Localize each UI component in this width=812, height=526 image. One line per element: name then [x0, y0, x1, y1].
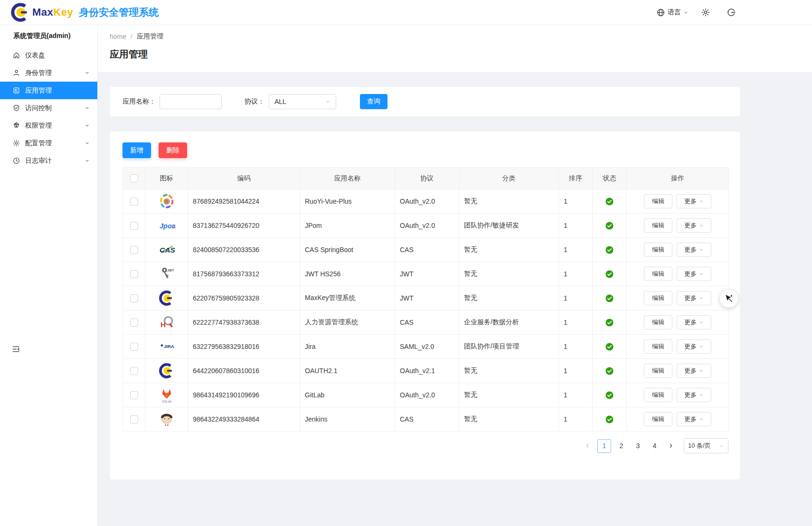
sidebar-item-label: 仪表盘 [25, 51, 45, 60]
edit-button[interactable]: 编辑 [644, 364, 672, 378]
chevron-down-icon [85, 70, 90, 75]
protocol-select[interactable]: ALL [269, 94, 336, 109]
chevron-down-icon [699, 199, 704, 204]
row-checkbox[interactable] [130, 415, 138, 423]
maxkey-logo-icon [10, 2, 30, 22]
edit-button[interactable]: 编辑 [644, 388, 672, 402]
sidebar-item-配置管理[interactable]: 配置管理 [0, 134, 97, 152]
table-row: Jpom837136275440926720JPomOAuth_v2.0团队协作… [123, 214, 729, 238]
language-menu[interactable]: 语言 [656, 8, 689, 17]
row-checkbox[interactable] [130, 270, 138, 278]
app-title: 身份安全管理系统 [79, 6, 159, 19]
logout-button[interactable] [727, 8, 736, 17]
next-page-button[interactable] [665, 439, 677, 452]
app-category: 暂无 [459, 262, 559, 286]
page-number-3[interactable]: 3 [632, 440, 644, 452]
edit-button[interactable]: 编辑 [644, 339, 672, 354]
menu-fold-button[interactable] [11, 345, 20, 356]
row-checkbox[interactable] [130, 391, 138, 399]
app-category: 暂无 [459, 407, 559, 432]
add-button[interactable]: 新增 [123, 142, 151, 158]
assistant-floating-button[interactable] [720, 290, 738, 308]
more-button[interactable]: 更多 [677, 315, 711, 329]
edit-button[interactable]: 编辑 [644, 243, 672, 257]
app-code: 632279563832918016 [188, 335, 300, 359]
app-code: 876892492581044224 [188, 189, 300, 214]
main-content: home / 应用管理 应用管理 应用名称： 协议： ALL 查询 新增 删除 [98, 25, 812, 526]
app-category: 团队协作/项目管理 [459, 335, 559, 359]
app-protocol: CAS [395, 238, 459, 262]
brand-text-max: Max [32, 6, 53, 19]
app-name-input[interactable] [160, 94, 222, 109]
ruoyi-logo-icon [158, 193, 175, 210]
column-header-应用名称: 应用名称 [300, 168, 395, 189]
breadcrumb-home-link[interactable]: home [110, 33, 126, 40]
table-body: 876892492581044224RuoYi-Vue-PlusOAuth_v2… [123, 189, 729, 432]
status-enabled-icon [605, 270, 614, 278]
chevron-down-icon [85, 123, 90, 128]
edit-button[interactable]: 编辑 [644, 194, 672, 208]
svg-text:CAS: CAS [160, 246, 175, 254]
page-number-1[interactable]: 1 [597, 439, 611, 453]
edit-button[interactable]: 编辑 [644, 315, 672, 329]
page-size-select[interactable]: 10 条/页 [684, 438, 728, 453]
sidebar-item-应用管理[interactable]: 应用管理 [0, 82, 97, 99]
more-button[interactable]: 更多 [677, 364, 711, 378]
sidebar-item-权限管理[interactable]: 权限管理 [0, 117, 97, 134]
jpom-logo-icon: Jpom [158, 217, 175, 234]
chevron-down-icon [719, 443, 724, 449]
delete-button[interactable]: 删除 [159, 142, 187, 158]
sidebar: 系统管理员(admin) 仪表盘身份管理应用管理访问控制权限管理配置管理日志审计 [0, 25, 98, 526]
gitlab-logo-icon: GitLab [158, 386, 175, 404]
more-button[interactable]: 更多 [677, 412, 711, 426]
more-button[interactable]: 更多 [677, 388, 711, 402]
app-sort: 1 [559, 286, 593, 310]
row-checkbox[interactable] [130, 343, 138, 351]
sidebar-item-label: 配置管理 [25, 139, 52, 148]
edit-button[interactable]: 编辑 [644, 267, 672, 281]
column-header-编码: 编码 [188, 168, 300, 189]
app-category: 团队协作/敏捷研发 [459, 214, 559, 238]
page-number-4[interactable]: 4 [648, 440, 661, 452]
filter-card: 应用名称： 协议： ALL 查询 [110, 87, 740, 116]
sidebar-item-日志审计[interactable]: 日志审计 [0, 152, 97, 169]
table-row: JIRA632279563832918016JiraSAML_v2.0团队协作/… [123, 335, 729, 359]
search-button[interactable]: 查询 [360, 94, 387, 109]
more-button[interactable]: 更多 [677, 291, 711, 305]
row-checkbox[interactable] [130, 367, 138, 375]
more-button[interactable]: 更多 [677, 339, 711, 354]
chevron-down-icon [325, 99, 330, 104]
app-sort: 1 [559, 335, 593, 359]
sidebar-item-仪表盘[interactable]: 仪表盘 [0, 47, 97, 64]
settings-button[interactable] [701, 8, 710, 17]
select-all-checkbox[interactable] [130, 174, 138, 182]
status-enabled-icon [605, 197, 614, 206]
chevron-down-icon [699, 344, 704, 349]
edit-button[interactable]: 编辑 [644, 291, 672, 305]
row-checkbox[interactable] [130, 319, 138, 327]
prev-page-button[interactable] [581, 439, 594, 452]
app-code: 986432249333284864 [188, 407, 300, 432]
more-button[interactable]: 更多 [677, 243, 711, 257]
edit-button[interactable]: 编辑 [644, 412, 672, 426]
jira-logo-icon: JIRA [158, 338, 175, 355]
row-checkbox[interactable] [130, 197, 138, 206]
page-header: home / 应用管理 应用管理 [98, 25, 812, 72]
more-button[interactable]: 更多 [677, 218, 711, 233]
more-button[interactable]: 更多 [677, 194, 711, 208]
sidebar-item-身份管理[interactable]: 身份管理 [0, 64, 97, 82]
app-sort: 1 [559, 262, 593, 286]
column-header-分类: 分类 [459, 168, 559, 189]
language-label: 语言 [668, 8, 681, 17]
table-row: GitLab986431492190109696GitLabOAuth_v2.0… [123, 383, 729, 407]
more-button[interactable]: 更多 [677, 267, 711, 281]
column-header-协议: 协议 [395, 168, 459, 189]
app-protocol: CAS [395, 310, 459, 335]
row-checkbox[interactable] [130, 294, 138, 302]
row-checkbox[interactable] [130, 222, 138, 230]
edit-button[interactable]: 编辑 [644, 218, 672, 233]
row-checkbox[interactable] [130, 246, 138, 254]
page-number-2[interactable]: 2 [615, 440, 628, 452]
sidebar-item-访问控制[interactable]: 访问控制 [0, 99, 97, 117]
app-sort: 1 [559, 407, 593, 432]
